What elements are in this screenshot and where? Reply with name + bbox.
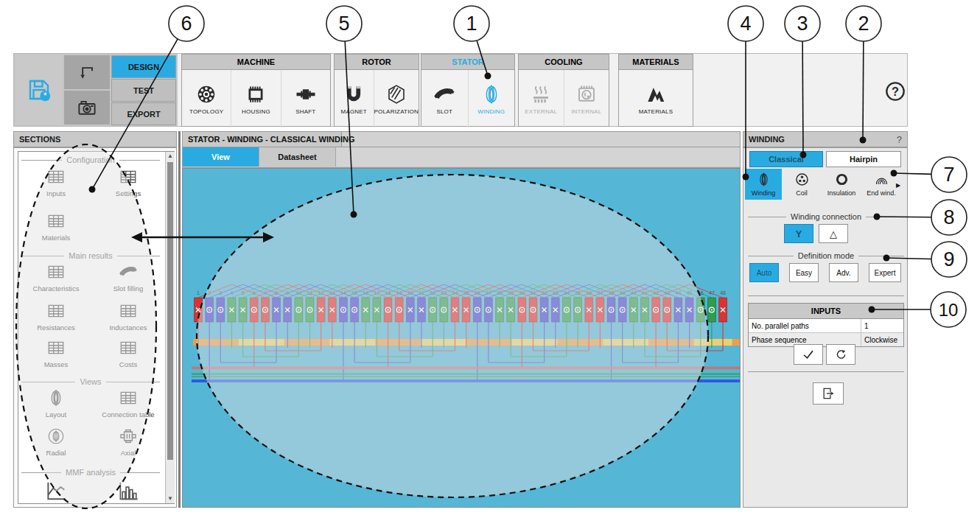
sidebar-item-label: Layout <box>46 410 67 419</box>
svg-text:35: 35 <box>575 290 581 295</box>
svg-text:24: 24 <box>452 290 458 295</box>
toolbar-item-winding[interactable]: WINDING <box>469 70 515 127</box>
sidebar-item-characteristics[interactable]: Characteristics <box>21 262 91 293</box>
winding-subtab-coil[interactable]: Coil <box>783 169 820 200</box>
scroll-thumb[interactable] <box>167 162 173 460</box>
table-icon <box>46 338 66 357</box>
winding-view-canvas[interactable]: 1234567891011121314151617181920212223242… <box>182 168 741 508</box>
table-icon <box>46 262 66 281</box>
connection-wye-button[interactable]: Y <box>784 224 813 243</box>
callout-circle-2 <box>846 6 881 41</box>
svg-text:17: 17 <box>374 290 380 295</box>
mode-tab-export[interactable]: EXPORT <box>111 102 176 125</box>
svg-text:29: 29 <box>508 290 514 295</box>
svg-text:25: 25 <box>463 290 469 295</box>
sidebar-item-bar-chart-icon[interactable] <box>93 478 164 503</box>
winding-slot: 15 <box>351 290 359 322</box>
table-icon <box>46 167 66 186</box>
sidebar-item-line-chart-icon[interactable] <box>21 478 91 503</box>
winding-slot: 6 <box>250 290 258 322</box>
input-value[interactable]: 1 <box>861 319 903 332</box>
toolbar-item-materials[interactable]: MATERIALS <box>619 70 693 127</box>
input-value[interactable]: Clockwise <box>861 333 903 346</box>
definition-mode-easy[interactable]: Easy <box>789 263 819 282</box>
callout-circle-6 <box>169 6 204 41</box>
sections-scrollbar[interactable]: ▲▼ <box>165 152 175 503</box>
winding-subtab-end-wind-[interactable]: End wind. <box>861 169 901 200</box>
winding-slot: 39 <box>618 290 626 322</box>
sidebar-item-label: Characteristics <box>33 284 80 293</box>
sidebar-item-inputs[interactable]: Inputs <box>21 167 91 197</box>
winding-slot: 32 <box>540 290 548 322</box>
definition-mode-expert[interactable]: Expert <box>869 263 901 282</box>
toolbar-item-topology[interactable]: TOPOLOGY <box>182 70 231 127</box>
table-icon <box>119 167 138 186</box>
winding-slot: 7 <box>261 290 269 322</box>
winding-slot: 14 <box>339 290 347 322</box>
svg-text:39: 39 <box>620 290 626 295</box>
export-button[interactable] <box>813 382 844 405</box>
inputs-table-row: No. parallel paths1 <box>749 319 903 333</box>
toolbar-item-polarization[interactable]: POLARIZATION <box>374 70 419 127</box>
winding-outline-icon <box>756 172 771 187</box>
undo-button[interactable] <box>64 55 110 89</box>
toolbar-item-label: SHAFT <box>295 108 315 115</box>
toolbar-item-shaft[interactable]: SHAFT <box>281 70 330 127</box>
sidebar-item-label: Costs <box>119 360 137 368</box>
winding-type-tab-hairpin[interactable]: Hairpin <box>826 151 901 167</box>
help-button[interactable]: ? <box>885 81 906 102</box>
screenshot-button[interactable] <box>64 91 110 125</box>
mode-tab-test[interactable]: TEST <box>111 79 176 102</box>
toolbar-item-slot[interactable]: SLOT <box>421 70 469 127</box>
winding-subtab-winding[interactable]: Winding <box>745 169 782 200</box>
table-icon <box>119 301 138 321</box>
toolbar-item-housing[interactable]: HOUSING <box>231 70 281 127</box>
scroll-up-arrow[interactable]: ▲ <box>166 152 175 161</box>
winding-subtab-insulation[interactable]: Insulation <box>822 169 861 200</box>
winding-slot: 16 <box>362 290 370 322</box>
bar-chart-icon <box>116 478 141 503</box>
toolbar-item-label: POLARIZATION <box>374 108 419 115</box>
mode-tab-design[interactable]: DESIGN <box>111 55 176 78</box>
svg-text:30: 30 <box>519 290 525 295</box>
toolbar-item-label: MATERIALS <box>639 108 673 115</box>
sidebar-item-costs[interactable]: Costs <box>93 338 164 368</box>
view-tab-datasheet[interactable]: Datasheet <box>259 147 336 167</box>
sidebar-item-connection-table[interactable]: Connection table <box>93 388 164 419</box>
connection-delta-button[interactable]: △ <box>819 224 848 243</box>
sidebar-item-label: Axial <box>121 449 136 457</box>
camera-icon <box>76 97 98 119</box>
sidebar-item-radial[interactable]: Radial <box>21 427 91 457</box>
panel-splitter[interactable] <box>178 131 181 508</box>
apply-button[interactable] <box>794 344 823 365</box>
export-icon <box>821 386 836 401</box>
svg-text:18: 18 <box>385 290 391 295</box>
polarization-icon <box>385 83 407 105</box>
winding-subtab-label: Winding <box>752 189 776 197</box>
definition-mode-adv[interactable]: Adv. <box>829 263 858 282</box>
winding-diagram: 1234567891011121314151617181920212223242… <box>183 169 741 508</box>
sidebar-item-slot-filling[interactable]: Slot filling <box>93 262 164 293</box>
reset-button[interactable] <box>826 344 855 365</box>
sidebar-item-layout[interactable]: Layout <box>21 388 91 419</box>
sidebar-item-materials[interactable]: Materials <box>21 211 91 242</box>
more-subtabs-arrow-icon[interactable]: ▶ <box>896 182 905 191</box>
toolbar-item-magnet[interactable]: MAGNET <box>335 70 374 127</box>
definition-mode-auto[interactable]: Auto <box>749 263 779 282</box>
winding-slot: 27 <box>484 290 492 322</box>
external-cooling-icon <box>530 83 552 105</box>
winding-panel-help[interactable]: ? <box>897 134 902 145</box>
input-label: No. parallel paths <box>749 319 861 332</box>
sidebar-item-masses[interactable]: Masses <box>21 338 91 368</box>
winding-slot: 5 <box>239 290 247 322</box>
sections-separator: Main results <box>21 251 160 260</box>
save-button[interactable]: * <box>15 55 63 125</box>
view-tab-view[interactable]: View <box>183 147 259 167</box>
sidebar-item-resistances[interactable]: Resistances <box>21 301 91 332</box>
sidebar-item-inductances[interactable]: Inductances <box>93 301 164 332</box>
sidebar-item-axial[interactable]: Axial <box>93 427 164 457</box>
callout-circle-3 <box>785 6 820 41</box>
sidebar-item-settings[interactable]: Settings <box>93 167 164 197</box>
scroll-down-arrow[interactable]: ▼ <box>166 494 175 503</box>
winding-type-tab-classical[interactable]: Classical <box>749 151 823 167</box>
